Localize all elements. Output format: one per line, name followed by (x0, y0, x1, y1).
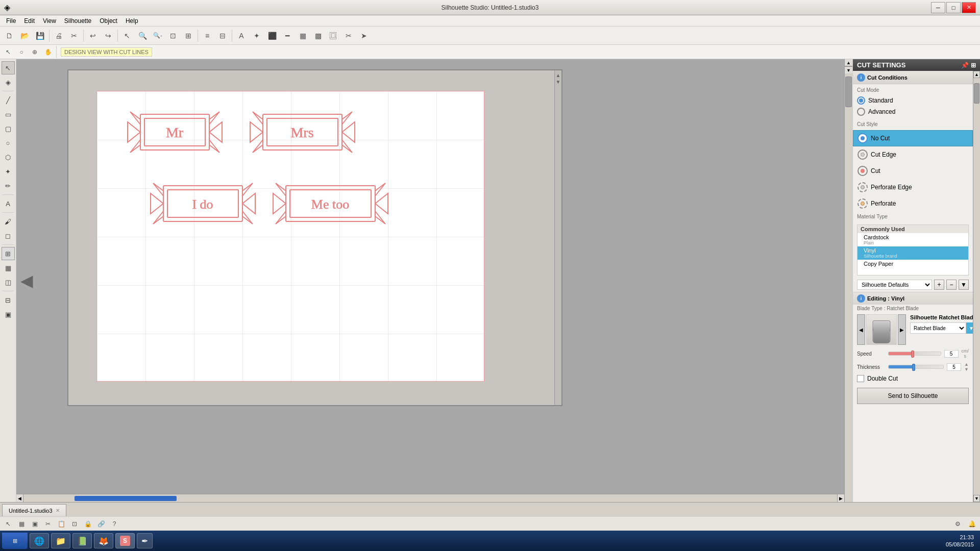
taskbar-pen[interactable]: ✒ (137, 533, 153, 548)
tab-untitled[interactable]: Untitled-1.studio3 ✕ (2, 504, 66, 516)
start-button[interactable]: ⊞ (2, 533, 28, 549)
trace-button[interactable]: ✦ (250, 29, 264, 43)
blade-type-select[interactable]: Ratchet Blade (910, 322, 966, 334)
panel-scrollbar[interactable]: ▲ ▼ (973, 71, 980, 502)
open-button[interactable]: 📂 (17, 29, 32, 43)
vertical-scrollbar[interactable]: ▲ ▼ (844, 59, 852, 502)
perforate-item[interactable]: Perforate (853, 195, 973, 212)
align-button[interactable]: ≡ (200, 29, 214, 43)
design-ido[interactable]: I do (148, 176, 258, 238)
cut-item[interactable]: Cut (853, 163, 973, 179)
tool-text[interactable]: A (2, 197, 15, 210)
cut-button[interactable]: ✂ (67, 29, 81, 43)
taskbar-excel[interactable]: 📗 (72, 533, 92, 548)
panel-expand-icon[interactable]: ⊞ (971, 62, 976, 69)
print-button[interactable]: 🖨 (52, 29, 66, 43)
mat-copy-paper[interactable]: Copy Paper (857, 260, 968, 268)
tool-pencil[interactable]: ✏ (2, 179, 15, 192)
vscroll-up-arrow[interactable]: ▲ (845, 59, 852, 66)
taskbar-firefox[interactable]: 🦊 (94, 533, 113, 548)
speed-thumb[interactable] (911, 350, 914, 358)
bottom-notifications-btn[interactable]: 🔔 (966, 518, 978, 530)
menu-edit[interactable]: Edit (20, 16, 39, 26)
menu-view[interactable]: View (39, 16, 60, 26)
tool-ellipse[interactable]: ○ (2, 136, 15, 149)
thickness-thumb[interactable] (912, 364, 915, 371)
tool-node[interactable]: ◈ (2, 76, 15, 89)
window-controls[interactable]: ─ □ ✕ (931, 2, 976, 13)
close-button[interactable]: ✕ (962, 2, 976, 13)
blade-prev-button[interactable]: ◀ (857, 314, 865, 345)
tool-grid[interactable]: ▣ (2, 308, 15, 321)
bottom-group-btn[interactable]: ▦ (15, 518, 28, 530)
speed-input[interactable] (944, 350, 959, 358)
bottom-lock-btn[interactable]: 🔒 (82, 518, 94, 530)
tool-rect[interactable]: ▭ (2, 108, 15, 121)
select2-button[interactable]: ↖ (2, 46, 14, 58)
tab-close-button[interactable]: ✕ (56, 508, 60, 513)
vscroll-thumb[interactable] (845, 77, 852, 107)
profile-select[interactable]: Silhouette Defaults (857, 280, 932, 290)
panel-scroll-thumb[interactable] (974, 83, 979, 104)
scroll-left-arrow[interactable]: ◀ (20, 271, 33, 290)
double-cut-checkbox[interactable] (857, 375, 864, 382)
maximize-button[interactable]: □ (946, 2, 961, 13)
menu-silhouette[interactable]: Silhouette (60, 16, 95, 26)
zoom-out-button[interactable]: 🔍- (151, 29, 165, 43)
canvas-expand[interactable]: ▲ ▼ (554, 70, 561, 405)
taskbar-explorer[interactable]: 📁 (51, 533, 70, 548)
vscroll-down-arrow[interactable]: ▼ (845, 66, 852, 73)
panel-pin-icon[interactable]: 📌 (961, 62, 969, 69)
standard-radio-row[interactable]: Standard (857, 95, 969, 106)
menu-file[interactable]: File (2, 16, 20, 26)
design-mr[interactable]: Mr (125, 104, 225, 167)
fit-selection-button[interactable]: ⊞ (181, 29, 195, 43)
speed-slider[interactable] (888, 352, 941, 356)
taskbar-ie[interactable]: 🌐 (30, 533, 49, 548)
tool-media[interactable]: ▦ (2, 261, 15, 274)
distribute-button[interactable]: ⊟ (215, 29, 230, 43)
ungroup-button[interactable]: ▩ (311, 29, 325, 43)
fit-page-button[interactable]: ⊡ (166, 29, 180, 43)
mat-cardstock[interactable]: Cardstock Plain (857, 233, 968, 246)
profile-remove-button[interactable]: − (946, 280, 957, 290)
zoom2-button[interactable]: ⊕ (29, 46, 41, 58)
lasso-button[interactable]: ○ (15, 46, 28, 58)
bottom-help-btn[interactable]: ? (108, 518, 120, 530)
send-btn-toolbar[interactable]: ➤ (357, 29, 371, 43)
send-to-silhouette-button[interactable]: Send to Silhouette (857, 388, 969, 404)
bottom-select-btn[interactable]: ↖ (2, 518, 14, 530)
hscroll-thumb[interactable] (75, 496, 177, 501)
horizontal-scrollbar[interactable]: ◀ ▶ (16, 494, 844, 502)
panel-scroll-down-arrow[interactable]: ▼ (973, 495, 980, 502)
profile-dropdown-button[interactable]: ▼ (959, 280, 969, 290)
standard-radio[interactable] (857, 96, 865, 105)
group-button[interactable]: ▦ (296, 29, 310, 43)
undo-button[interactable]: ↩ (86, 29, 100, 43)
tool-layers[interactable]: ⊞ (2, 247, 15, 260)
advanced-radio-row[interactable]: Advanced (857, 106, 969, 117)
bottom-link-btn[interactable]: 🔗 (95, 518, 107, 530)
tool-settings[interactable]: ⊟ (2, 293, 15, 307)
mat-vinyl[interactable]: Vinyl Silhouette brand (857, 246, 968, 260)
bottom-align-btn[interactable]: ▣ (29, 518, 41, 530)
material-list[interactable]: Commonly Used Cardstock Plain Vinyl Silh… (857, 224, 969, 276)
cut-style-btn[interactable]: ✂ (341, 29, 356, 43)
select-button[interactable]: ↖ (120, 29, 134, 43)
pan-button[interactable]: ✋ (42, 46, 54, 58)
tool-library[interactable]: ◫ (2, 276, 15, 289)
save-button[interactable]: 💾 (33, 29, 47, 43)
tool-select[interactable]: ↖ (2, 61, 15, 74)
blade-next-button[interactable]: ▶ (898, 314, 906, 345)
blade-type-dropdown-button[interactable]: ▼ (966, 322, 973, 334)
taskbar-silhouette[interactable]: S (115, 533, 135, 548)
expand-down-icon[interactable]: ▼ (556, 79, 561, 85)
tool-eraser[interactable]: ◻ (2, 229, 15, 242)
no-cut-item[interactable]: No Cut (853, 130, 973, 146)
canvas-paper[interactable]: Mr (96, 91, 484, 382)
thickness-up-arrow[interactable]: ▲ (964, 362, 969, 367)
line-button[interactable]: ━ (280, 29, 295, 43)
hscroll-right-arrow[interactable]: ▶ (837, 494, 844, 502)
redo-button[interactable]: ↪ (101, 29, 115, 43)
panel-scroll-up-arrow[interactable]: ▲ (973, 71, 980, 78)
